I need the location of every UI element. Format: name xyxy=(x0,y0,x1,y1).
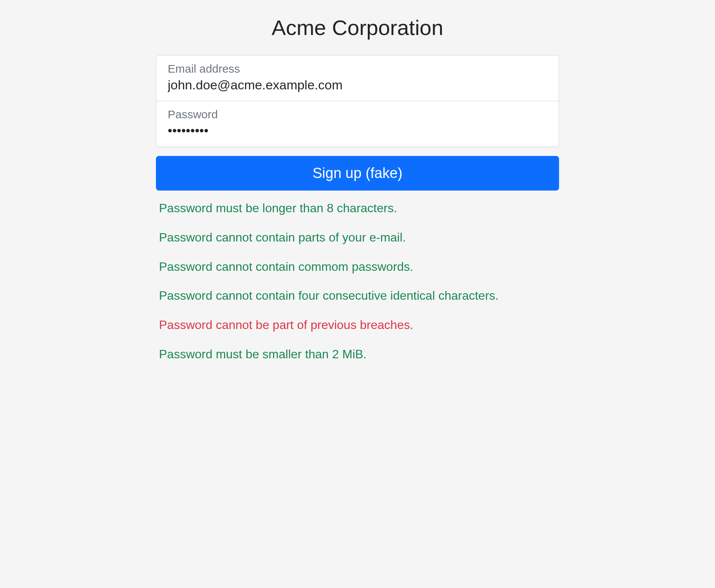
validation-item: Password cannot be part of previous brea… xyxy=(159,316,556,334)
validation-item: Password cannot contain commom passwords… xyxy=(159,258,556,275)
email-label: Email address xyxy=(168,62,547,75)
validation-item: Password must be longer than 8 character… xyxy=(159,200,556,217)
validation-item: Password must be smaller than 2 MiB. xyxy=(159,346,556,363)
password-field[interactable] xyxy=(168,123,547,138)
page-title: Acme Corporation xyxy=(156,15,559,40)
form-group: Email address Password xyxy=(156,55,559,147)
email-input-wrapper: Email address xyxy=(156,56,559,101)
signup-container: Acme Corporation Email address Password … xyxy=(148,15,567,363)
email-field[interactable] xyxy=(168,78,547,92)
password-label: Password xyxy=(168,108,547,121)
validation-item: Password cannot contain parts of your e-… xyxy=(159,229,556,246)
validation-item: Password cannot contain four consecutive… xyxy=(159,287,556,304)
password-input-wrapper: Password xyxy=(156,101,559,146)
validation-list: Password must be longer than 8 character… xyxy=(156,200,559,363)
signup-button[interactable]: Sign up (fake) xyxy=(156,156,559,191)
